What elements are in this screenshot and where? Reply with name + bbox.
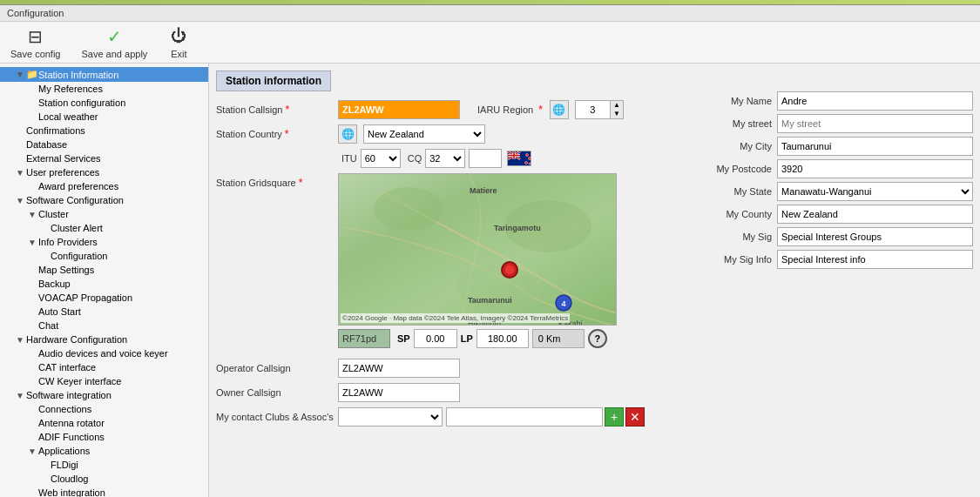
help-button[interactable]: ? bbox=[588, 329, 607, 348]
contact-clubs-input[interactable] bbox=[446, 407, 603, 426]
sidebar-item-chat[interactable]: Chat bbox=[0, 319, 208, 332]
country-select[interactable]: New Zealand bbox=[363, 124, 485, 144]
sidebar-item-voacap[interactable]: VOACAP Propagation bbox=[0, 291, 208, 305]
save-and-apply-button[interactable]: ✓ Save and apply bbox=[78, 24, 151, 61]
svg-point-24 bbox=[505, 265, 514, 274]
contact-clubs-label: My contact Clubs & Assoc's bbox=[216, 412, 338, 422]
sidebar-item-info-providers[interactable]: ▼ Info Providers bbox=[0, 235, 208, 249]
sidebar: ▼ 📁 Station Information My References St… bbox=[0, 64, 209, 497]
sidebar-item-cat-interface[interactable]: CAT interface bbox=[0, 360, 208, 374]
owner-callsign-input[interactable] bbox=[338, 383, 460, 402]
my-county-label: My County bbox=[699, 209, 777, 219]
sidebar-item-software-configuration[interactable]: ▼ Software Configuration bbox=[0, 193, 208, 207]
my-sig-label: My Sig bbox=[699, 232, 777, 242]
exit-label: Exit bbox=[171, 49, 186, 59]
sidebar-item-backup[interactable]: Backup bbox=[0, 277, 208, 291]
sidebar-label: Hardware Configuration bbox=[26, 334, 127, 345]
sidebar-item-web-integration[interactable]: Web integration bbox=[0, 486, 208, 497]
svg-point-11 bbox=[529, 158, 531, 160]
sp-input[interactable] bbox=[414, 329, 457, 348]
content-area: Station information Station Callsign * I… bbox=[209, 64, 980, 497]
sidebar-item-cloudlog[interactable]: Cloudlog bbox=[0, 472, 208, 486]
sidebar-item-confirmations[interactable]: Confirmations bbox=[0, 124, 208, 138]
exit-button[interactable]: ⏻ Exit bbox=[165, 24, 193, 61]
iaru-value-input[interactable] bbox=[575, 100, 610, 119]
my-state-row: My State Manawatu-Wanganui bbox=[699, 182, 973, 201]
sidebar-item-cw-keyer[interactable]: CW Keyer interface bbox=[0, 374, 208, 388]
sidebar-label: Cluster bbox=[38, 209, 69, 219]
sidebar-item-antenna-rotator[interactable]: Antenna rotator bbox=[0, 416, 208, 430]
sidebar-item-map-settings[interactable]: Map Settings bbox=[0, 263, 208, 277]
iaru-increment-button[interactable]: ▲ bbox=[611, 101, 623, 110]
my-sig-info-input[interactable] bbox=[777, 250, 973, 269]
sidebar-label: CAT interface bbox=[38, 362, 96, 373]
sidebar-item-award-preferences[interactable]: Award preferences bbox=[0, 179, 208, 193]
app-title: Configuration bbox=[7, 8, 64, 18]
sidebar-item-connections[interactable]: Connections bbox=[0, 402, 208, 416]
sidebar-label: Web integration bbox=[38, 487, 105, 497]
iaru-decrement-button[interactable]: ▼ bbox=[611, 110, 623, 118]
sidebar-item-fldigi[interactable]: FLDigi bbox=[0, 458, 208, 472]
my-county-input[interactable] bbox=[777, 205, 973, 224]
sidebar-label: Software integration bbox=[26, 390, 112, 400]
contact-clubs-delete-button[interactable]: ✕ bbox=[625, 407, 645, 426]
country-globe-button[interactable]: 🌐 bbox=[338, 124, 357, 144]
operator-callsign-input[interactable] bbox=[338, 359, 460, 378]
station-callsign-label: Station Callsign * bbox=[216, 104, 338, 116]
sidebar-item-cluster[interactable]: ▼ Cluster bbox=[0, 207, 208, 221]
my-postcode-label: My Postcode bbox=[699, 164, 777, 174]
sidebar-label: Chat bbox=[38, 320, 58, 331]
my-state-select[interactable]: Manawatu-Wanganui bbox=[777, 182, 973, 201]
sidebar-label: Station Information bbox=[38, 70, 118, 80]
my-name-input[interactable] bbox=[777, 91, 973, 111]
sidebar-item-local-weather[interactable]: Local weather bbox=[0, 110, 208, 124]
svg-point-15 bbox=[374, 187, 443, 231]
sidebar-item-applications[interactable]: ▼ Applications bbox=[0, 444, 208, 458]
svg-text:Taringamotu: Taringamotu bbox=[494, 224, 541, 232]
sidebar-label: ADIF Functions bbox=[38, 432, 105, 442]
map-placeholder: Matiere Taringamotu Taumarunui Hikumutu … bbox=[339, 174, 616, 325]
sidebar-item-database[interactable]: Database bbox=[0, 138, 208, 151]
gridsquare-input[interactable] bbox=[338, 329, 390, 348]
sidebar-label: CW Keyer interface bbox=[38, 376, 121, 386]
right-panel: My Name My street My City My Postcode bbox=[699, 91, 973, 272]
section-title: Station information bbox=[216, 71, 331, 91]
sidebar-item-hardware-configuration[interactable]: ▼ Hardware Configuration bbox=[0, 332, 208, 346]
sidebar-item-info-config[interactable]: Configuration bbox=[0, 249, 208, 263]
my-city-label: My City bbox=[699, 141, 777, 151]
sidebar-item-software-integration[interactable]: ▼ Software integration bbox=[0, 388, 208, 402]
save-config-button[interactable]: ⊟ Save config bbox=[7, 24, 64, 61]
sidebar-item-station-information[interactable]: ▼ 📁 Station Information bbox=[0, 67, 208, 82]
map-svg: Matiere Taringamotu Taumarunui Hikumutu … bbox=[339, 174, 617, 326]
my-city-input[interactable] bbox=[777, 137, 973, 156]
sidebar-label: Map Settings bbox=[38, 265, 94, 275]
my-postcode-input[interactable] bbox=[777, 159, 973, 178]
sidebar-item-user-preferences[interactable]: ▼ User preferences bbox=[0, 165, 208, 179]
itu-select[interactable]: 60 bbox=[361, 149, 401, 168]
expand-icon: ▼ bbox=[16, 70, 26, 79]
sidebar-item-cluster-alert[interactable]: Cluster Alert bbox=[0, 221, 208, 235]
sidebar-item-station-configuration[interactable]: Station configuration bbox=[0, 96, 208, 110]
sidebar-label: Configuration bbox=[51, 251, 107, 261]
iaru-globe-button[interactable]: 🌐 bbox=[550, 100, 569, 119]
my-sig-input[interactable] bbox=[777, 227, 973, 246]
operator-callsign-row: Operator Callsign bbox=[216, 359, 973, 378]
contact-clubs-add-button[interactable]: + bbox=[605, 407, 624, 426]
station-country-label: Station Country * bbox=[216, 128, 338, 140]
sidebar-item-auto-start[interactable]: Auto Start bbox=[0, 305, 208, 319]
dxcc-input[interactable] bbox=[469, 149, 502, 168]
country-row: 🌐 New Zealand bbox=[338, 124, 485, 144]
sidebar-label: Audio devices and voice keyer bbox=[38, 348, 168, 359]
sidebar-item-external-services[interactable]: External Services bbox=[0, 151, 208, 165]
station-gridsquare-label: Station Gridsquare * bbox=[216, 173, 338, 189]
sidebar-label: Local weather bbox=[38, 111, 98, 122]
my-street-input[interactable] bbox=[777, 114, 973, 133]
sidebar-item-adif-functions[interactable]: ADIF Functions bbox=[0, 430, 208, 444]
contact-clubs-select[interactable] bbox=[338, 407, 443, 426]
lp-input[interactable] bbox=[476, 329, 529, 348]
sidebar-item-audio-devices[interactable]: Audio devices and voice keyer bbox=[0, 346, 208, 360]
sidebar-item-my-references[interactable]: My References bbox=[0, 82, 208, 96]
cq-select[interactable]: 32 bbox=[425, 149, 465, 168]
sidebar-label: Award preferences bbox=[38, 181, 118, 191]
station-callsign-input[interactable] bbox=[338, 100, 460, 119]
